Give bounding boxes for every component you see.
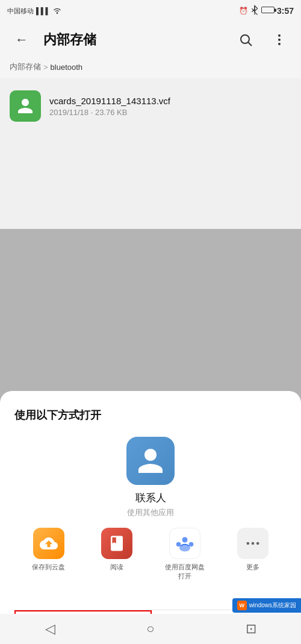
yunpan-icon: [33, 528, 64, 559]
bottom-nav: ◁ ○ ⊡: [0, 614, 301, 644]
svg-point-13: [251, 542, 254, 545]
more-app-item[interactable]: 更多: [232, 528, 274, 581]
nav-back-button[interactable]: ◁: [0, 614, 101, 644]
alarm-icon: ⏰: [239, 7, 248, 15]
time-display: 3:57: [277, 6, 294, 16]
file-info: vcards_20191118_143113.vcf 2019/11/18 · …: [49, 96, 291, 117]
signal-bars: ▌▌▌: [36, 7, 50, 14]
dialog-title: 使用以下方式打开: [14, 408, 287, 422]
yunpan-app-item[interactable]: 保存到云盘: [28, 528, 70, 581]
yunpan-label: 保存到云盘: [32, 563, 65, 572]
more-button[interactable]: [267, 28, 291, 52]
nav-home-button[interactable]: ○: [101, 614, 201, 644]
contacts-app-icon[interactable]: [126, 437, 175, 485]
nav-menu-button[interactable]: ⊡: [200, 614, 301, 644]
svg-point-12: [246, 542, 249, 545]
contacts-app-name: 联系人: [135, 491, 166, 505]
svg-point-10: [188, 542, 193, 547]
status-right: ⏰ 3:57: [239, 5, 294, 17]
other-apps-label: 使用其他应用: [127, 507, 174, 518]
more-label: 更多: [246, 563, 259, 572]
more-apps-icon: [237, 528, 268, 559]
status-bar: 中国移动 ▌▌▌ ⏰ 3:57: [0, 0, 301, 22]
watermark-icon: W: [237, 601, 247, 610]
back-button[interactable]: ←: [10, 28, 34, 52]
svg-point-9: [176, 542, 181, 547]
file-meta: 2019/11/18 · 23.76 KB: [49, 108, 291, 117]
file-area: vcards_20191118_143113.vcf 2019/11/18 · …: [0, 78, 301, 134]
file-name: vcards_20191118_143113.vcf: [49, 96, 291, 106]
breadcrumb-current: bluetooth: [51, 63, 83, 72]
battery-container: [261, 7, 275, 15]
main-app-section: 联系人 使用其他应用 保存到云盘: [14, 437, 287, 598]
svg-point-7: [278, 43, 281, 45]
baidu-label: 使用百度网盘打开: [164, 563, 206, 581]
nav-bar: ← 内部存储: [0, 22, 301, 58]
watermark: W windows系统家园: [232, 598, 301, 613]
baidu-icon: [169, 528, 200, 559]
breadcrumb-separator: >: [43, 63, 48, 72]
read-app-item[interactable]: 阅读: [96, 528, 138, 581]
svg-line-4: [249, 43, 252, 46]
svg-point-6: [278, 39, 281, 41]
read-label: 阅读: [110, 563, 123, 572]
baidu-app-item[interactable]: 使用百度网盘打开: [164, 528, 206, 581]
file-item[interactable]: vcards_20191118_143113.vcf 2019/11/18 · …: [10, 86, 291, 127]
file-type-icon: [10, 90, 41, 122]
dialog-overlay: 使用以下方式打开 联系人 使用其他应用 保存到云盘: [0, 229, 301, 644]
watermark-text: windows系统家园: [249, 601, 296, 610]
breadcrumb-parent[interactable]: 内部存储: [10, 61, 41, 72]
search-button[interactable]: [234, 28, 258, 52]
read-icon: [101, 528, 132, 559]
bluetooth-status-icon: [250, 5, 259, 17]
svg-point-14: [256, 542, 259, 545]
other-apps-row: 保存到云盘 阅读: [14, 528, 287, 581]
svg-point-8: [182, 537, 187, 543]
status-left: 中国移动 ▌▌▌: [7, 6, 62, 16]
network-icon: 中国移动: [7, 7, 34, 16]
wifi-icon: [52, 6, 62, 16]
breadcrumb: 内部存储 > bluetooth: [0, 58, 301, 78]
page-title: 内部存储: [43, 31, 224, 49]
svg-point-5: [278, 34, 281, 37]
svg-point-3: [241, 35, 249, 43]
